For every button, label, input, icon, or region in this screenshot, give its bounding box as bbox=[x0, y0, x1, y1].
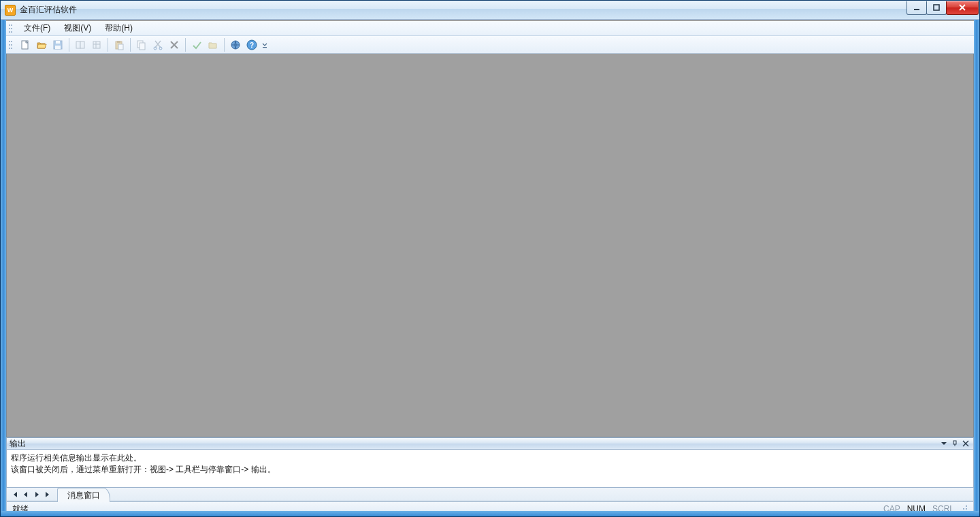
panel-menu-button[interactable] bbox=[939, 439, 949, 448]
svg-rect-8 bbox=[93, 41, 100, 48]
output-tab-messages[interactable]: 消息窗口 bbox=[57, 488, 110, 502]
paste-button[interactable] bbox=[112, 37, 127, 52]
output-line: 程序运行相关信息输出显示在此处。 bbox=[11, 452, 969, 464]
menu-file[interactable]: 文件(F) bbox=[17, 21, 57, 35]
tool-button-4[interactable] bbox=[73, 37, 88, 52]
toolbar-grip-icon[interactable] bbox=[9, 39, 13, 50]
output-panel-tabstrip: 消息窗口 bbox=[6, 488, 974, 501]
output-panel-titlebar[interactable]: 输出 bbox=[6, 437, 974, 450]
toolbar-overflow-button[interactable] bbox=[261, 37, 269, 52]
app-icon: W bbox=[5, 5, 16, 16]
toolbar-separator bbox=[185, 38, 186, 52]
cut-button[interactable] bbox=[150, 37, 165, 52]
open-file-button[interactable] bbox=[34, 37, 49, 52]
svg-rect-0 bbox=[914, 9, 919, 10]
maximize-button[interactable] bbox=[926, 1, 947, 15]
menu-view[interactable]: 视图(V) bbox=[57, 21, 98, 35]
toolbar-separator bbox=[224, 38, 225, 52]
tool-folder-button[interactable] bbox=[206, 37, 220, 52]
panel-close-button[interactable] bbox=[961, 439, 970, 448]
output-panel: 输出 程序运行相关信息输出显示在此处。 该窗口被关闭后，通过菜单重新打开：视图-… bbox=[6, 437, 974, 501]
menu-help[interactable]: 帮助(H) bbox=[98, 21, 140, 35]
menubar-grip-icon[interactable] bbox=[9, 23, 13, 34]
save-button[interactable] bbox=[50, 37, 65, 52]
help-button[interactable]: ? bbox=[244, 37, 259, 52]
toolbar-separator bbox=[108, 38, 108, 52]
menu-bar: 文件(F) 视图(V) 帮助(H) bbox=[6, 21, 974, 36]
tool-button-5[interactable] bbox=[89, 37, 104, 52]
panel-pin-button[interactable] bbox=[950, 439, 960, 448]
svg-rect-19 bbox=[263, 47, 267, 48]
delete-button[interactable] bbox=[167, 37, 182, 52]
svg-rect-4 bbox=[56, 41, 60, 44]
toolbar: ? bbox=[6, 36, 974, 54]
output-line: 该窗口被关闭后，通过菜单重新打开：视图-> 工具栏与停靠窗口-> 输出。 bbox=[11, 464, 969, 476]
window-frame-right bbox=[974, 20, 979, 516]
minimize-button[interactable] bbox=[906, 1, 927, 15]
tool-globe-button[interactable] bbox=[228, 37, 243, 52]
copy-button[interactable] bbox=[134, 37, 149, 52]
tab-nav-last-button[interactable] bbox=[43, 490, 52, 499]
svg-rect-20 bbox=[953, 441, 956, 444]
app-title: 金百汇评估软件 bbox=[20, 4, 77, 16]
new-file-button[interactable] bbox=[18, 37, 33, 52]
svg-rect-6 bbox=[76, 41, 80, 48]
title-bar[interactable]: W 金百汇评估软件 bbox=[1, 1, 979, 20]
svg-rect-10 bbox=[117, 41, 120, 43]
toolbar-separator bbox=[69, 38, 69, 52]
window-controls bbox=[907, 1, 979, 15]
tab-nav-next-button[interactable] bbox=[32, 490, 42, 499]
close-button[interactable] bbox=[946, 1, 979, 15]
tab-nav-first-button[interactable] bbox=[10, 490, 20, 499]
window-frame-left bbox=[1, 20, 6, 516]
tab-nav-prev-button[interactable] bbox=[21, 490, 31, 499]
svg-rect-13 bbox=[140, 43, 145, 50]
svg-rect-5 bbox=[55, 46, 61, 49]
svg-rect-11 bbox=[118, 44, 123, 50]
output-panel-body[interactable]: 程序运行相关信息输出显示在此处。 该窗口被关闭后，通过菜单重新打开：视图-> 工… bbox=[6, 450, 974, 488]
output-panel-title: 输出 bbox=[10, 438, 26, 450]
svg-text:?: ? bbox=[250, 41, 254, 49]
toolbar-separator bbox=[130, 38, 131, 52]
svg-rect-1 bbox=[934, 5, 939, 10]
window-frame-bottom bbox=[1, 511, 979, 516]
svg-rect-7 bbox=[80, 41, 84, 48]
mdi-workspace bbox=[6, 54, 974, 437]
tool-validate-button[interactable] bbox=[189, 37, 204, 52]
app-window: W 金百汇评估软件 文件(F) 视图(V) 帮助(H) bbox=[0, 0, 980, 517]
